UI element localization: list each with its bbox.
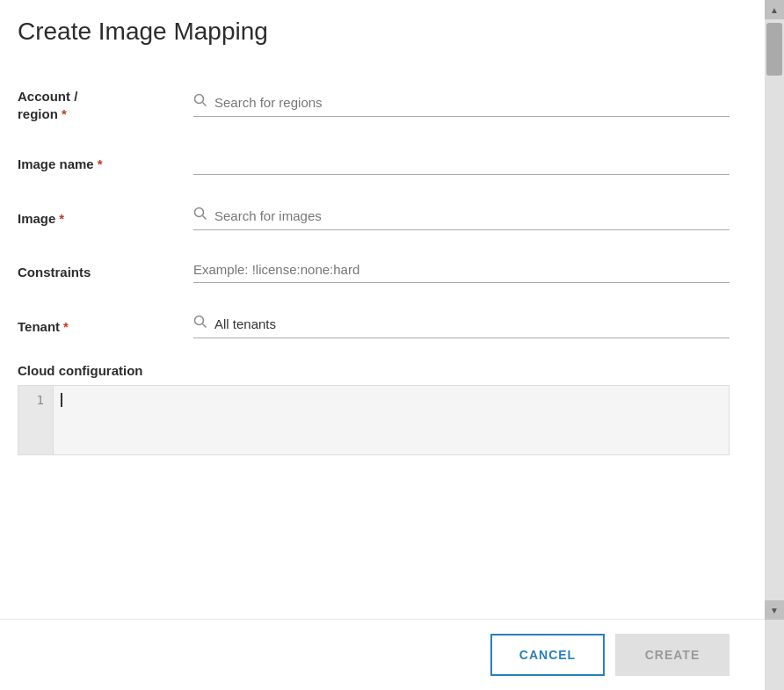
image-input[interactable] [214,208,730,223]
dialog-container: ▲ ▼ Create Image Mapping Account /region… [0,0,784,690]
image-label: Image * [18,210,193,228]
constraints-control [193,262,730,283]
line-numbers: 1 [18,386,54,454]
tenant-search-icon [193,315,207,332]
account-region-input[interactable] [214,95,730,110]
footer-area: CANCEL CREATE [0,619,765,690]
tenant-required: * [63,318,69,336]
image-required: * [59,210,64,228]
code-content[interactable] [54,386,729,454]
account-region-label-text: Account /region [18,89,77,121]
constraints-label-text: Constraints [18,264,91,281]
form-row-constraints: Constraints [18,246,730,299]
cancel-button[interactable]: CANCEL [490,634,605,676]
tenant-label-text: Tenant [18,318,60,336]
image-name-input[interactable] [193,154,730,175]
tenant-label: Tenant * [18,318,193,336]
account-region-required: * [62,106,67,121]
constraints-input[interactable] [193,262,730,283]
scrollbar-track[interactable]: ▲ ▼ [765,0,784,690]
image-label-text: Image [18,210,55,228]
form-section: Account /region * [18,72,730,455]
content-area: Create Image Mapping Account /region * [0,0,765,619]
scrollbar-arrow-up[interactable]: ▲ [765,0,784,19]
image-name-label: Image name * [18,156,193,173]
svg-line-3 [203,216,207,220]
image-name-control [193,154,730,175]
account-region-search-icon [193,93,207,111]
cloud-configuration-section: Cloud configuration 1 [18,363,730,455]
account-region-label: Account /region * [18,88,193,122]
tenant-input[interactable] [214,316,730,331]
svg-line-5 [203,324,207,328]
create-button[interactable]: CREATE [615,634,730,676]
tenant-input-wrapper[interactable] [193,315,730,338]
scrollbar-arrow-down[interactable]: ▼ [765,600,784,620]
form-row-account-region: Account /region * [18,72,730,138]
image-name-required: * [98,156,103,173]
image-name-label-text: Image name [18,156,94,173]
line-number-1: 1 [27,393,44,407]
code-editor: 1 [18,385,730,455]
image-search-icon [193,207,207,224]
svg-point-4 [195,316,204,325]
page-title: Create Image Mapping [18,18,730,46]
cursor-line [61,393,722,407]
svg-point-0 [195,95,204,104]
cloud-configuration-label: Cloud configuration [18,363,730,378]
text-cursor [61,393,62,407]
tenant-control [193,315,730,338]
account-region-control [193,93,730,117]
svg-line-1 [203,103,207,106]
form-row-image: Image * [18,191,730,246]
constraints-label: Constraints [18,264,193,281]
account-region-input-wrapper[interactable] [193,93,730,117]
form-row-image-name: Image name * [18,138,730,191]
image-control [193,207,730,230]
scrollbar-thumb[interactable] [766,23,782,76]
form-row-tenant: Tenant * [18,299,730,354]
image-input-wrapper[interactable] [193,207,730,230]
svg-point-2 [195,208,204,217]
